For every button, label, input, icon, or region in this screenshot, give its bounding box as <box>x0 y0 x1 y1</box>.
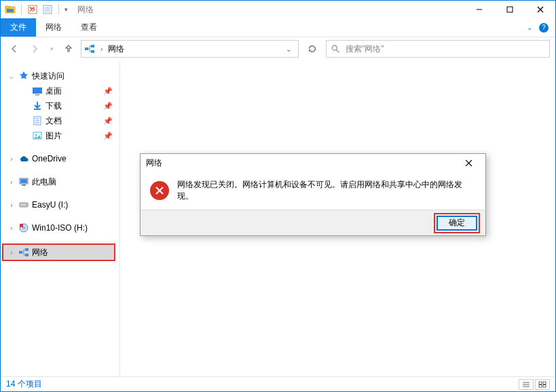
maximize-button[interactable] <box>494 1 525 18</box>
tree-label: 快速访问 <box>32 71 117 82</box>
svg-rect-15 <box>33 87 42 94</box>
ribbon-tab-file[interactable]: 文件 <box>1 18 36 37</box>
address-icon <box>84 43 95 54</box>
iso-drive-icon <box>18 222 29 233</box>
network-icon <box>18 247 29 258</box>
pin-icon: 📌 <box>103 87 113 96</box>
svg-rect-26 <box>22 184 26 186</box>
svg-rect-7 <box>507 7 513 12</box>
tree-label: EasyU (I:) <box>32 200 117 210</box>
tree-onedrive[interactable]: › OneDrive <box>3 151 117 166</box>
forward-button[interactable] <box>26 41 43 57</box>
error-icon <box>150 181 169 200</box>
app-icon <box>5 4 16 15</box>
back-button[interactable] <box>6 41 22 57</box>
up-button[interactable] <box>60 41 77 57</box>
tree-win10iso[interactable]: › Win10-ISO (H:) <box>3 220 117 235</box>
tree-label: OneDrive <box>32 154 117 163</box>
close-button[interactable] <box>525 1 555 18</box>
ribbon: 文件 网络 查看 ⌄ ? <box>1 18 555 37</box>
svg-rect-12 <box>91 50 94 53</box>
tree-label: 图片 <box>45 130 100 142</box>
tree-label: 网络 <box>32 247 114 258</box>
view-details-button[interactable] <box>519 379 534 390</box>
desktop-icon <box>32 85 43 96</box>
qat-separator <box>21 4 22 15</box>
svg-rect-40 <box>539 385 542 387</box>
highlight-box-ok: 确定 <box>434 213 480 233</box>
tree-label: 文档 <box>45 115 100 127</box>
breadcrumb-network[interactable]: 网络 <box>108 43 124 55</box>
search-icon <box>331 44 340 54</box>
tree-label: Win10-ISO (H:) <box>32 223 117 233</box>
highlight-box-network: › 网络 <box>2 243 115 261</box>
ribbon-expand-icon[interactable]: ⌄ <box>527 24 532 31</box>
tree-pictures[interactable]: › 图片 📌 <box>3 128 117 143</box>
tree-label: 桌面 <box>45 85 100 97</box>
downloads-icon <box>32 100 43 111</box>
network-error-dialog: 网络 网络发现已关闭。网络计算机和设备不可见。请启用网络和共享中心中的网络发现。… <box>140 153 486 236</box>
ok-button[interactable]: 确定 <box>437 216 477 231</box>
svg-rect-1 <box>5 6 10 8</box>
svg-rect-2 <box>7 9 14 12</box>
status-item-count: 14 个项目 <box>6 378 42 390</box>
tree-label: 下载 <box>45 100 100 112</box>
dialog-message: 网络发现已关闭。网络计算机和设备不可见。请启用网络和共享中心中的网络发现。 <box>177 179 476 202</box>
view-large-button[interactable] <box>535 379 550 390</box>
search-input[interactable] <box>344 43 545 54</box>
help-icon[interactable]: ? <box>539 23 549 33</box>
svg-rect-31 <box>20 224 23 227</box>
ribbon-tab-network[interactable]: 网络 <box>36 18 71 37</box>
svg-point-28 <box>26 204 27 205</box>
qat-newfolder-icon[interactable] <box>42 4 53 15</box>
this-pc-icon <box>18 176 29 187</box>
dialog-close-button[interactable] <box>457 155 480 170</box>
tree-easyu[interactable]: › EasyU (I:) <box>3 197 117 212</box>
tree-documents[interactable]: › 文档 📌 <box>3 113 117 128</box>
svg-point-23 <box>35 134 37 136</box>
search-bar[interactable] <box>326 40 550 58</box>
tree-label: 此电脑 <box>32 176 117 188</box>
svg-line-14 <box>337 50 339 53</box>
svg-rect-11 <box>91 45 94 47</box>
qat-properties-icon[interactable] <box>27 4 38 15</box>
breadcrumb-chevron-icon[interactable]: › <box>99 45 104 53</box>
svg-rect-33 <box>25 248 29 251</box>
navbar: ▾ › 网络 ⌄ <box>1 37 555 60</box>
address-bar[interactable]: › 网络 ⌄ <box>81 40 299 58</box>
window-title: 网络 <box>77 4 94 16</box>
tree-quick-access[interactable]: ⌵ 快速访问 <box>3 68 117 83</box>
svg-rect-5 <box>45 7 50 12</box>
svg-rect-32 <box>19 251 22 254</box>
explorer-window: ▾ 网络 文件 网络 查看 ⌄ ? ▾ <box>0 0 556 392</box>
dialog-title: 网络 <box>146 157 162 169</box>
star-icon <box>18 71 29 81</box>
svg-rect-34 <box>25 254 29 256</box>
tree-this-pc[interactable]: › 此电脑 <box>3 174 117 189</box>
svg-rect-41 <box>543 385 546 387</box>
onedrive-icon <box>18 153 29 164</box>
refresh-button[interactable] <box>303 40 322 58</box>
svg-rect-16 <box>35 94 39 96</box>
tree-desktop[interactable]: › 桌面 📌 <box>3 83 117 98</box>
qat-customize-icon[interactable]: ▾ <box>64 6 68 13</box>
minimize-button[interactable] <box>464 1 494 18</box>
drive-icon <box>18 199 29 210</box>
svg-rect-10 <box>85 47 88 50</box>
pin-icon: 📌 <box>103 132 113 140</box>
svg-point-13 <box>332 45 337 50</box>
pin-icon: 📌 <box>103 117 113 125</box>
status-bar: 14 个项目 <box>1 376 555 391</box>
ribbon-tab-view[interactable]: 查看 <box>71 18 107 37</box>
tree-downloads[interactable]: › 下载 📌 <box>3 98 117 113</box>
qat-separator-2 <box>58 4 59 15</box>
pin-icon: 📌 <box>103 102 113 111</box>
tree-network[interactable]: › 网络 <box>3 245 114 260</box>
address-dropdown-icon[interactable]: ⌄ <box>282 45 295 53</box>
svg-rect-25 <box>20 179 27 183</box>
pictures-icon <box>32 130 43 141</box>
svg-rect-38 <box>539 382 542 385</box>
titlebar: ▾ 网络 <box>1 1 555 18</box>
recent-locations-button[interactable]: ▾ <box>47 41 56 57</box>
svg-rect-39 <box>543 382 546 385</box>
